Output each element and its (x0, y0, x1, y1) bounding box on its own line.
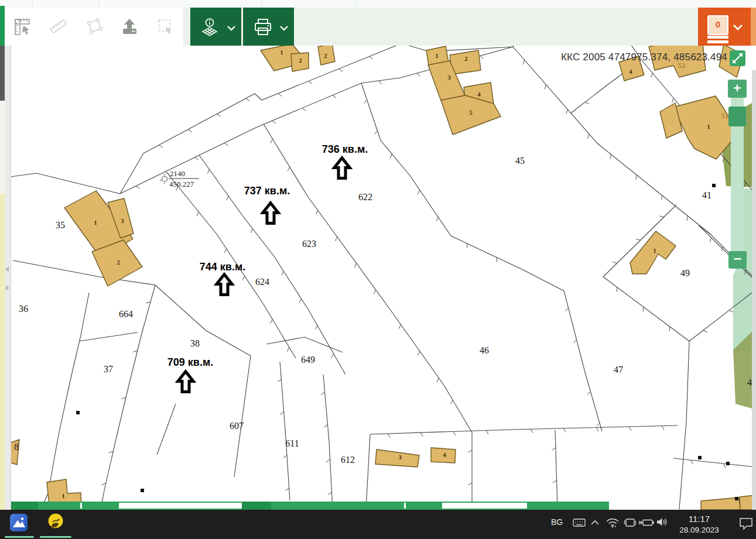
building-label: 3 (447, 74, 451, 81)
taskbar-app-photos[interactable] (10, 514, 28, 531)
parcel-label: 47 (614, 365, 623, 375)
parcel-label: 35 (56, 220, 65, 230)
sidebar-collapse-gutter[interactable] (5, 46, 11, 510)
taskbar-app-kais[interactable] (47, 513, 64, 531)
building-label: 4 (477, 91, 481, 98)
building-label: 1 (61, 492, 65, 499)
parcel-label: 624 (255, 277, 269, 287)
language-indicator[interactable]: BG (551, 517, 571, 527)
survey-point-number: 2140 (170, 169, 185, 178)
building-label: 5 (469, 109, 473, 116)
windows-taskbar: BG 1 (0, 510, 756, 539)
building-labels-layer: 122123454525111321341 (61, 49, 728, 499)
top-strip-divider (262, 0, 262, 8)
full-extent-button[interactable] (730, 50, 745, 66)
upload-icon (119, 16, 139, 36)
diagonal-arrows-icon (730, 50, 745, 66)
measure-area-icon (12, 16, 32, 36)
area-label: 744 кв.м. (200, 261, 245, 273)
app-active-indicator (40, 536, 71, 538)
area-label: 709 кв.м. (167, 356, 213, 368)
green-area-band (9, 502, 609, 510)
date-label: 28.09.2023 (672, 524, 726, 535)
building-label: 4 (629, 68, 632, 75)
area-label: 736 кв.м. (322, 143, 368, 155)
area-arrow-icon (178, 372, 193, 392)
menu-button-edge (751, 8, 756, 46)
measure-area-button[interactable] (5, 8, 41, 46)
info-layers-icon (200, 17, 220, 38)
parcel-label: 612 (341, 455, 355, 465)
building-label: 3 (398, 454, 402, 461)
time-label: 11:17 (672, 513, 726, 524)
expand-right-icon[interactable] (6, 285, 9, 291)
parcel-label: 611 (285, 438, 299, 448)
measure-distance-button[interactable] (40, 8, 77, 46)
layers-info-button[interactable] (190, 8, 241, 46)
area-arrow-icon (217, 274, 232, 295)
left-panel-strip-yellow (0, 193, 5, 510)
building-label: 2 (464, 55, 468, 62)
window-top-strip (0, 0, 756, 8)
parcel-label: 36 (19, 304, 28, 314)
building-label: 1 (94, 219, 97, 226)
ruler-icon (48, 16, 68, 36)
parcel-label: 46 (480, 345, 489, 355)
zoom-in-button[interactable]: + (728, 80, 747, 98)
draw-polygon-button[interactable] (76, 8, 112, 46)
battery-charging-icon[interactable] (638, 518, 655, 527)
photos-icon (10, 514, 28, 531)
polygon-icon (84, 16, 104, 36)
printer-icon (252, 18, 273, 37)
left-panel-strip-light (0, 101, 5, 193)
app-window: 0 (0, 0, 756, 539)
selection-marquee-icon (155, 16, 175, 36)
top-strip-divider (98, 0, 99, 8)
building-label: 2 (299, 57, 302, 64)
building-label: 1 (653, 247, 656, 254)
top-strip-divider (355, 0, 356, 8)
hidden-icons-chevron[interactable] (590, 519, 600, 526)
building-label: 4 (443, 451, 446, 458)
area-arrow-icon (263, 203, 278, 224)
taskbar-clock[interactable]: 11:17 28.09.2023 (672, 513, 726, 535)
building-label: 2 (324, 52, 327, 59)
parcel-label: 4 (747, 377, 752, 387)
area-labels-layer: 736 кв.м.737 кв.м.744 кв.м.709 кв.м. (167, 143, 368, 392)
left-panel-strip-dark (0, 46, 5, 101)
right-edge-strip (752, 70, 756, 510)
area-arrow-icon (334, 158, 350, 178)
building-label: 1 (707, 123, 710, 130)
parcel-label: 37 (104, 364, 113, 374)
keyboard-icon[interactable] (573, 518, 586, 527)
building-label: 2 (117, 259, 120, 266)
print-button[interactable] (243, 8, 294, 46)
boundary-ticks (101, 56, 746, 495)
zoom-out-button[interactable]: − (728, 251, 747, 269)
parcel-label: 649 (301, 355, 315, 365)
action-center-icon[interactable] (738, 517, 754, 531)
parcel-label: 664 (119, 309, 133, 319)
app-active-indicator (5, 536, 34, 538)
menu-button[interactable]: 0 (698, 8, 751, 46)
upload-button[interactable] (112, 8, 148, 46)
zoom-slider-handle[interactable] (728, 107, 746, 126)
parcel-label: 8 (14, 442, 19, 452)
parcel-label: 41 (702, 190, 711, 200)
parcel-label: 607 (230, 421, 244, 431)
wifi-icon[interactable] (606, 517, 620, 528)
crs-coordinates-label: ККС 2005 4747975.374, 485623.494 (561, 52, 727, 63)
parcel-label: 49 (680, 268, 690, 278)
building-label: 51 (721, 111, 729, 120)
parcel-label: 623 (302, 239, 316, 249)
collapse-left-icon[interactable] (5, 266, 9, 272)
volume-icon[interactable] (656, 517, 669, 527)
parcel-label: 38 (190, 338, 200, 348)
area-label: 737 кв.м. (244, 185, 290, 197)
select-area-button[interactable] (148, 8, 184, 46)
screen-rotation-icon[interactable] (623, 517, 637, 528)
cadastral-map[interactable]: 2140 450.227 353666437386496076116126226… (0, 46, 756, 510)
chevron-down-icon (732, 23, 744, 32)
chevron-down-icon (227, 25, 236, 31)
menu-counter-badge: 0 (707, 15, 728, 35)
